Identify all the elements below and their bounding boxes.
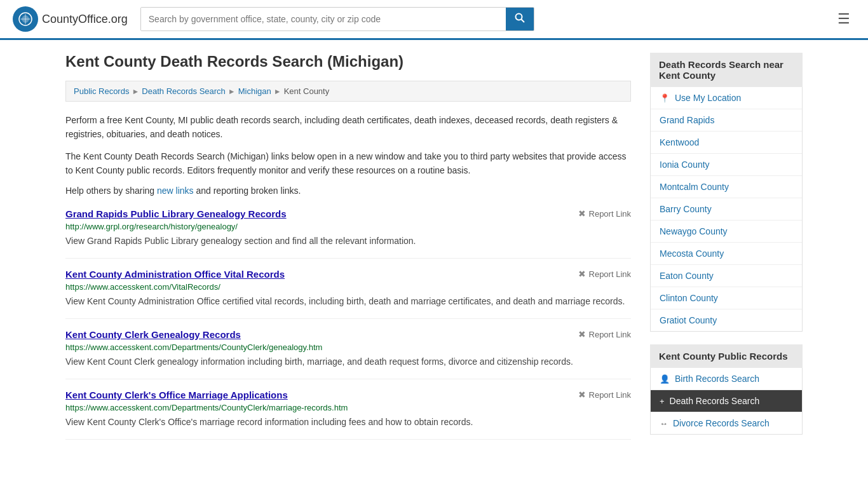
- record-url[interactable]: https://www.accesskent.com/VitalRecords/: [65, 282, 631, 292]
- nearby-item[interactable]: Ionia County: [651, 154, 802, 176]
- search-bar: [140, 7, 534, 31]
- record-title-link[interactable]: Kent County Clerk Genealogy Records: [65, 329, 241, 340]
- report-icon: ✖: [578, 269, 586, 279]
- header-right: ☰: [832, 8, 855, 30]
- nearby-item[interactable]: Clinton County: [651, 287, 802, 309]
- search-button[interactable]: [506, 8, 534, 30]
- public-record-item[interactable]: ↔Divorce Records Search: [651, 412, 802, 434]
- record-url[interactable]: https://www.accesskent.com/Departments/C…: [65, 403, 631, 412]
- record-item: Kent County Clerk's Office Marriage Appl…: [65, 390, 631, 440]
- public-records-section: Kent County Public Records 👤Birth Record…: [650, 344, 803, 435]
- breadcrumb-sep-2: ►: [228, 87, 236, 96]
- record-desc: View Grand Rapids Public Library genealo…: [65, 234, 631, 248]
- nearby-link[interactable]: Use My Location: [675, 93, 741, 103]
- logo-text: CountyOffice.org: [42, 13, 128, 26]
- nearby-link[interactable]: Newaygo County: [660, 226, 728, 236]
- record-title-link[interactable]: Grand Rapids Public Library Genealogy Re…: [65, 208, 287, 219]
- public-records-header: Kent County Public Records: [650, 344, 803, 368]
- record-item: Grand Rapids Public Library Genealogy Re…: [65, 208, 631, 259]
- arrow-icon: ↔: [660, 419, 668, 428]
- nearby-link[interactable]: Kentwood: [660, 137, 699, 147]
- breadcrumb-current: Kent County: [284, 86, 330, 96]
- nearby-link[interactable]: Barry County: [660, 204, 712, 214]
- site-header: CountyOffice.org ☰: [0, 0, 868, 40]
- report-label: Report Link: [589, 390, 631, 400]
- public-records-list: 👤Birth Records Search+Death Records Sear…: [650, 368, 803, 435]
- record-url[interactable]: https://www.accesskent.com/Departments/C…: [65, 342, 631, 352]
- menu-button[interactable]: ☰: [832, 8, 855, 30]
- record-item: Kent County Administration Office Vital …: [65, 269, 631, 319]
- record-desc: View Kent Count Clerk genealogy informat…: [65, 355, 631, 369]
- location-icon: 📍: [660, 93, 670, 103]
- report-icon: ✖: [578, 390, 586, 400]
- help-text: Help others by sharing new links and rep…: [65, 186, 631, 196]
- report-label: Report Link: [589, 269, 631, 279]
- record-desc: View Kent County Administration Office c…: [65, 295, 631, 308]
- search-input[interactable]: [141, 8, 506, 30]
- nearby-item[interactable]: Grand Rapids: [651, 109, 802, 132]
- nearby-link[interactable]: Eaton County: [660, 271, 714, 281]
- logo-icon: [13, 6, 38, 32]
- record-title-row: Kent County Clerk Genealogy Records ✖ Re…: [65, 329, 631, 340]
- report-icon: ✖: [578, 329, 586, 339]
- nearby-header: Death Records Search near Kent County: [650, 53, 803, 87]
- record-item: Kent County Clerk Genealogy Records ✖ Re…: [65, 329, 631, 379]
- public-record-item[interactable]: +Death Records Search: [651, 390, 802, 412]
- sidebar: Death Records Search near Kent County 📍U…: [650, 53, 803, 450]
- nearby-item[interactable]: Kentwood: [651, 132, 802, 154]
- report-link[interactable]: ✖ Report Link: [578, 269, 631, 279]
- record-desc: View Kent County Clerk's Office's marria…: [65, 416, 631, 429]
- breadcrumb: Public Records ► Death Records Search ► …: [65, 81, 631, 102]
- report-icon: ✖: [578, 208, 586, 219]
- svg-point-1: [515, 14, 522, 20]
- nearby-list: 📍Use My LocationGrand RapidsKentwoodIoni…: [650, 87, 803, 332]
- svg-line-2: [521, 20, 524, 23]
- logo-link[interactable]: CountyOffice.org: [13, 6, 128, 32]
- nearby-item[interactable]: Newaygo County: [651, 220, 802, 243]
- nearby-link[interactable]: Clinton County: [660, 293, 718, 303]
- record-title-row: Grand Rapids Public Library Genealogy Re…: [65, 208, 631, 219]
- nearby-item[interactable]: Gratiot County: [651, 309, 802, 331]
- report-label: Report Link: [589, 330, 631, 339]
- report-label: Report Link: [589, 209, 631, 219]
- intro-paragraph-2: The Kent County Death Records Search (Mi…: [65, 149, 631, 178]
- record-title-row: Kent County Clerk's Office Marriage Appl…: [65, 390, 631, 400]
- new-links-link[interactable]: new links: [157, 186, 194, 196]
- nearby-item[interactable]: Eaton County: [651, 265, 802, 287]
- breadcrumb-public-records[interactable]: Public Records: [74, 86, 129, 96]
- plus-icon: +: [660, 396, 665, 406]
- page-title: Kent County Death Records Search (Michig…: [65, 53, 631, 71]
- nearby-section: Death Records Search near Kent County 📍U…: [650, 53, 803, 332]
- intro-paragraph-1: Perform a free Kent County, MI public de…: [65, 113, 631, 142]
- public-record-item[interactable]: 👤Birth Records Search: [651, 368, 802, 390]
- public-record-link[interactable]: Birth Records Search: [675, 374, 759, 384]
- breadcrumb-sep-1: ►: [132, 87, 139, 96]
- records-list: Grand Rapids Public Library Genealogy Re…: [65, 208, 631, 440]
- nearby-item[interactable]: Mecosta County: [651, 243, 802, 265]
- nearby-link[interactable]: Gratiot County: [660, 315, 717, 325]
- public-record-link[interactable]: Death Records Search: [670, 396, 760, 406]
- nearby-link[interactable]: Montcalm County: [660, 182, 729, 192]
- breadcrumb-sep-3: ►: [274, 87, 281, 96]
- nearby-item[interactable]: Montcalm County: [651, 176, 802, 198]
- record-title-link[interactable]: Kent County Administration Office Vital …: [65, 269, 285, 280]
- nearby-item[interactable]: Barry County: [651, 198, 802, 220]
- nearby-link[interactable]: Mecosta County: [660, 248, 724, 259]
- record-title-row: Kent County Administration Office Vital …: [65, 269, 631, 280]
- report-link[interactable]: ✖ Report Link: [578, 329, 631, 339]
- nearby-link[interactable]: Grand Rapids: [660, 115, 714, 125]
- main-container: Kent County Death Records Search (Michig…: [53, 40, 815, 463]
- nearby-item[interactable]: 📍Use My Location: [651, 87, 802, 109]
- breadcrumb-death-records[interactable]: Death Records Search: [142, 86, 226, 96]
- breadcrumb-michigan[interactable]: Michigan: [238, 86, 271, 96]
- person-icon: 👤: [660, 374, 670, 384]
- report-link[interactable]: ✖ Report Link: [578, 208, 631, 219]
- public-record-link[interactable]: Divorce Records Search: [673, 418, 770, 428]
- record-title-link[interactable]: Kent County Clerk's Office Marriage Appl…: [65, 390, 288, 400]
- report-link[interactable]: ✖ Report Link: [578, 390, 631, 400]
- nearby-link[interactable]: Ionia County: [660, 159, 710, 170]
- record-url[interactable]: http://www.grpl.org/research/history/gen…: [65, 222, 631, 231]
- content-area: Kent County Death Records Search (Michig…: [65, 53, 631, 450]
